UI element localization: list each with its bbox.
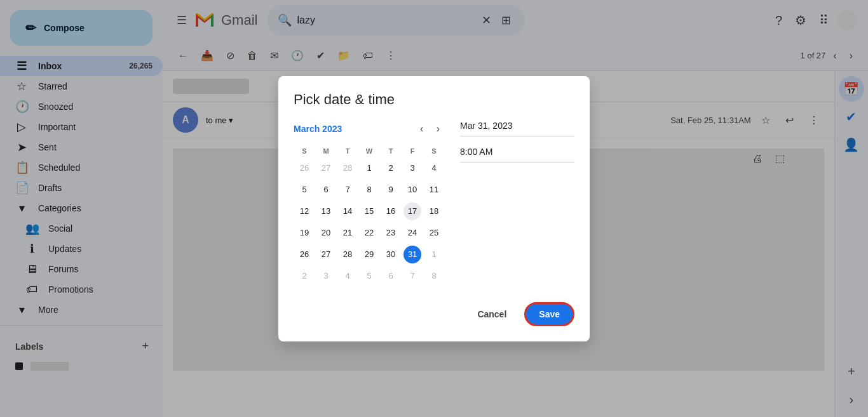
dialog-footer: Cancel Save (294, 302, 574, 326)
calendar-day[interactable]: 2 (380, 157, 402, 179)
calendar-day[interactable]: 16 (380, 201, 402, 222)
save-button[interactable]: Save (524, 302, 574, 326)
calendar-day[interactable]: 4 (423, 157, 445, 179)
cal-header-sat: S (423, 145, 445, 157)
calendar-day[interactable]: 6 (315, 179, 337, 201)
cal-header-fri: F (402, 145, 423, 157)
time-field[interactable]: 8:00 AM (460, 147, 574, 162)
date-value: Mar 31, 2023 (460, 121, 574, 131)
calendar-day[interactable]: 27 (315, 157, 337, 179)
calendar-day[interactable]: 8 (358, 179, 380, 201)
calendar-day[interactable]: 3 (315, 265, 337, 287)
calendar-day[interactable]: 4 (337, 265, 358, 287)
calendar-day[interactable]: 31 (402, 244, 423, 265)
cal-header-wed: W (358, 145, 380, 157)
calendar-day[interactable]: 23 (380, 222, 402, 244)
calendar-next-button[interactable]: › (431, 121, 445, 137)
calendar-day[interactable]: 14 (337, 201, 358, 222)
calendar-day[interactable]: 10 (402, 179, 423, 201)
calendar-day[interactable]: 19 (294, 222, 315, 244)
calendar-day[interactable]: 5 (358, 265, 380, 287)
calendar-day[interactable]: 1 (423, 244, 445, 265)
calendar-grid: S M T W T F S 26272812345678910111213141… (294, 145, 445, 287)
calendar-section: March 2023 ‹ › S M T W T F (294, 121, 445, 287)
cal-header-thu: T (380, 145, 402, 157)
calendar-day[interactable]: 27 (315, 244, 337, 265)
calendar-day[interactable]: 8 (423, 265, 445, 287)
datetime-section: Mar 31, 2023 8:00 AM (460, 121, 574, 287)
cal-header-sun: S (294, 145, 315, 157)
date-field[interactable]: Mar 31, 2023 (460, 121, 574, 136)
calendar-day[interactable]: 7 (402, 265, 423, 287)
cancel-button[interactable]: Cancel (467, 304, 517, 324)
calendar-day[interactable]: 11 (423, 179, 445, 201)
calendar-day[interactable]: 25 (423, 222, 445, 244)
modal-overlay: Pick date & time March 2023 ‹ › S M (0, 0, 868, 417)
cal-header-tue: T (337, 145, 358, 157)
calendar-day[interactable]: 15 (358, 201, 380, 222)
calendar-day[interactable]: 7 (337, 179, 358, 201)
dialog-title: Pick date & time (294, 91, 574, 108)
calendar-day[interactable]: 26 (294, 157, 315, 179)
pick-date-time-dialog: Pick date & time March 2023 ‹ › S M (278, 76, 590, 341)
calendar-day[interactable]: 21 (337, 222, 358, 244)
calendar-day[interactable]: 3 (402, 157, 423, 179)
calendar-day[interactable]: 22 (358, 222, 380, 244)
calendar-day[interactable]: 29 (358, 244, 380, 265)
calendar-day[interactable]: 9 (380, 179, 402, 201)
calendar-day[interactable]: 28 (337, 157, 358, 179)
calendar-day[interactable]: 13 (315, 201, 337, 222)
calendar-day[interactable]: 26 (294, 244, 315, 265)
calendar-day[interactable]: 2 (294, 265, 315, 287)
calendar-nav: ‹ › (415, 121, 445, 137)
calendar-day[interactable]: 5 (294, 179, 315, 201)
calendar-day[interactable]: 24 (402, 222, 423, 244)
cal-header-mon: M (315, 145, 337, 157)
calendar-day[interactable]: 12 (294, 201, 315, 222)
calendar-day[interactable]: 6 (380, 265, 402, 287)
calendar-day[interactable]: 17 (402, 201, 423, 222)
calendar-header: March 2023 ‹ › (294, 121, 445, 137)
time-value: 8:00 AM (460, 147, 574, 157)
dialog-body: March 2023 ‹ › S M T W T F (294, 121, 574, 287)
calendar-prev-button[interactable]: ‹ (415, 121, 428, 137)
calendar-month-year: March 2023 (294, 124, 342, 134)
calendar-day[interactable]: 30 (380, 244, 402, 265)
calendar-day[interactable]: 1 (358, 157, 380, 179)
calendar-day[interactable]: 28 (337, 244, 358, 265)
calendar-day[interactable]: 18 (423, 201, 445, 222)
calendar-day[interactable]: 20 (315, 222, 337, 244)
